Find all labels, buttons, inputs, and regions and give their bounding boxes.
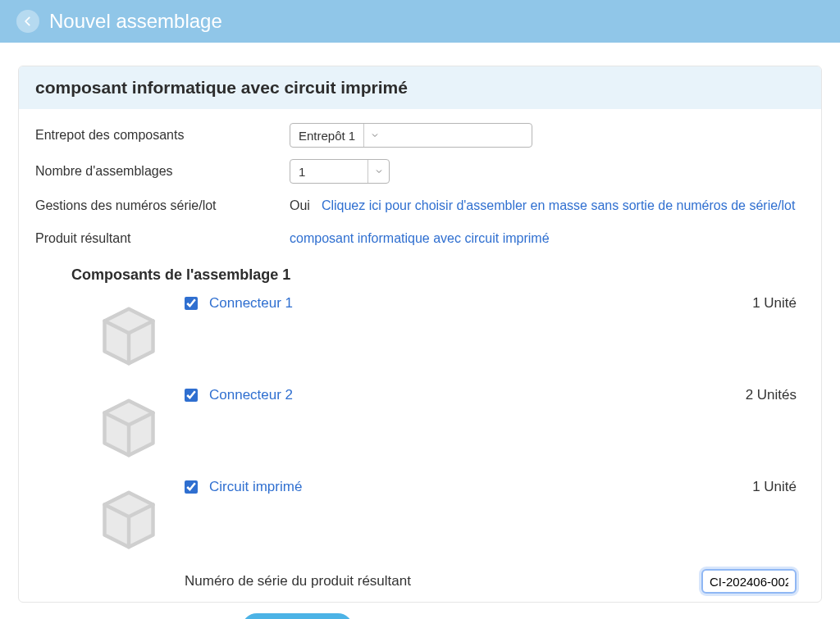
component-checkbox[interactable] — [185, 480, 198, 494]
component-quantity: 1 Unité — [690, 479, 797, 495]
footer: Enregistrer Faire un autre assemblage en… — [0, 603, 840, 619]
back-button[interactable] — [16, 10, 39, 33]
box-icon — [84, 297, 173, 375]
quantity-label: Nombre d'assemblages — [35, 164, 290, 179]
warehouse-select-value: Entrepôt 1 — [290, 124, 363, 147]
chevron-down-icon — [368, 160, 389, 183]
chevron-down-icon — [363, 124, 385, 147]
component-quantity: 1 Unité — [690, 295, 797, 312]
card-title: composant informatique avec circuit impr… — [19, 66, 821, 109]
serial-mgmt-label: Gestions des numéros série/lot — [35, 198, 290, 213]
result-serial-input[interactable] — [701, 569, 797, 594]
component-checkbox[interactable] — [185, 389, 198, 402]
topbar: Nouvel assemblage — [0, 0, 840, 43]
component-row: Connecteur 1 1 Unité — [19, 289, 821, 380]
components-list: Connecteur 1 1 Unité Connecteur 2 2 Unit… — [19, 289, 821, 564]
component-link[interactable]: Connecteur 2 — [209, 387, 293, 403]
warehouse-select[interactable]: Entrepôt 1 — [290, 123, 532, 148]
box-icon — [84, 480, 173, 559]
component-checkbox[interactable] — [185, 297, 198, 310]
box-icon — [84, 389, 173, 467]
component-quantity: 2 Unités — [690, 387, 797, 403]
row-quantity: Nombre d'assemblages 1 — [35, 153, 805, 189]
serial-mgmt-prefix: Oui — [290, 198, 310, 213]
row-result-serial: Numéro de série du produit résultant — [19, 564, 821, 602]
assembly-card: composant informatique avec circuit impr… — [18, 66, 822, 603]
row-serial-mgmt: Gestions des numéros série/lot Oui Cliqu… — [35, 189, 805, 222]
serial-mgmt-link[interactable]: Cliquez ici pour choisir d'assembler en … — [322, 198, 796, 213]
warehouse-label: Entrepot des composants — [35, 128, 290, 143]
component-row: Connecteur 2 2 Unités — [19, 380, 821, 472]
row-result-product: Produit résultant composant informatique… — [35, 222, 805, 255]
components-section-title: Composants de l'assemblage 1 — [19, 255, 821, 289]
result-product-label: Produit résultant — [35, 231, 290, 246]
page-title: Nouvel assemblage — [49, 10, 222, 33]
result-serial-label: Numéro de série du produit résultant — [185, 573, 701, 589]
chevron-left-icon — [22, 16, 34, 27]
quantity-select-value: 1 — [290, 160, 368, 183]
quantity-select[interactable]: 1 — [290, 159, 390, 184]
result-product-link[interactable]: composant informatique avec circuit impr… — [290, 231, 550, 246]
row-warehouse: Entrepot des composants Entrepôt 1 — [35, 117, 805, 153]
component-link[interactable]: Circuit imprimé — [209, 479, 302, 494]
component-row: Circuit imprimé 1 Unité — [19, 472, 821, 564]
save-button[interactable]: Enregistrer — [242, 613, 353, 619]
component-link[interactable]: Connecteur 1 — [209, 295, 293, 311]
